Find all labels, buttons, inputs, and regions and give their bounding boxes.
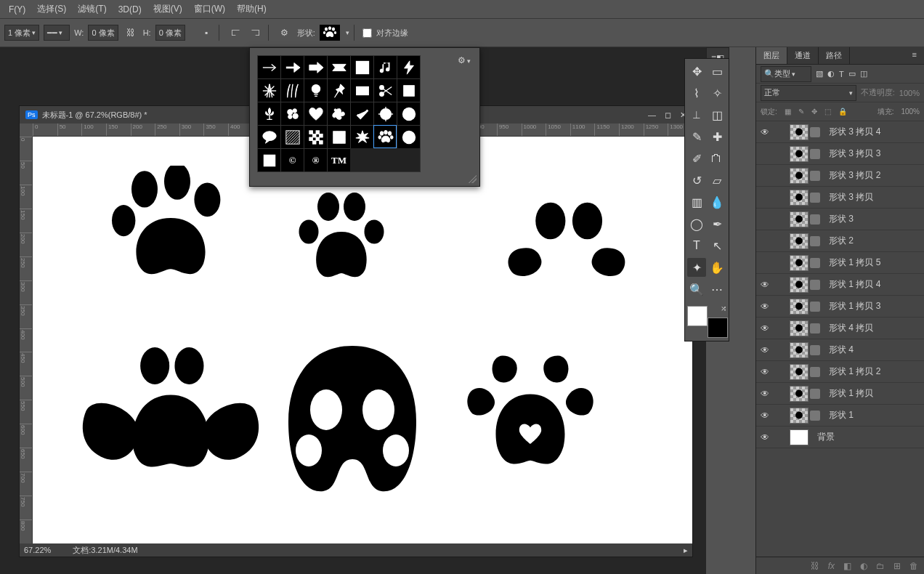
swap-colors-icon[interactable]: ⤮	[721, 304, 726, 312]
resize-handle-icon[interactable]	[468, 174, 477, 183]
menu-item[interactable]: 帮助(H)	[231, 1, 272, 17]
new-group-icon[interactable]: 🗀	[876, 561, 885, 571]
layer-thumbnail[interactable]	[790, 255, 808, 271]
layer-thumbnail[interactable]	[790, 429, 808, 445]
eyedropper-tool-icon[interactable]: ✎	[687, 127, 706, 146]
visibility-toggle-icon[interactable]: 👁	[759, 280, 771, 290]
ruler-vertical[interactable]: 0501001502002503003504004505005506006507…	[20, 137, 33, 543]
fill-value[interactable]: 100%	[901, 108, 920, 116]
blend-mode-select[interactable]: 正常▾	[761, 85, 856, 101]
layer-row[interactable]: 形状 2	[756, 230, 924, 252]
layer-name[interactable]: 形状 3	[829, 213, 854, 225]
vector-mask-icon[interactable]	[810, 127, 820, 137]
layer-thumbnail[interactable]	[790, 342, 808, 358]
blur-tool-icon[interactable]: 💧	[708, 193, 726, 211]
layer-name[interactable]: 形状 1 拷贝	[829, 387, 873, 400]
align-edges-checkbox[interactable]	[362, 28, 372, 38]
vector-mask-icon[interactable]	[810, 302, 820, 312]
visibility-toggle-icon[interactable]: 👁	[759, 411, 771, 421]
layer-fx-icon[interactable]: fx	[828, 561, 835, 571]
eraser-tool-icon[interactable]: ▱	[708, 171, 726, 190]
shape-option-arrow[interactable]	[280, 55, 304, 78]
shape-option-pin[interactable]	[327, 78, 350, 102]
vector-mask-icon[interactable]	[810, 389, 820, 399]
lock-artboard-icon[interactable]: ⬚	[824, 108, 831, 116]
panel-menu-icon[interactable]: ≡	[905, 47, 924, 64]
slice-tool-icon[interactable]: ◫	[708, 105, 726, 124]
maximize-icon[interactable]: ◻	[665, 110, 671, 120]
vector-mask-icon[interactable]	[810, 411, 820, 421]
layer-row[interactable]: 👁形状 1 拷贝	[756, 383, 924, 405]
filter-smart-icon[interactable]: ◫	[860, 69, 867, 78]
layer-thumbnail[interactable]	[790, 124, 808, 140]
tab-layers[interactable]: 图层	[756, 47, 787, 64]
filter-type-icon[interactable]: T	[839, 70, 844, 78]
visibility-toggle-icon[interactable]: 👁	[759, 345, 771, 355]
layer-name[interactable]: 形状 3 拷贝 4	[829, 126, 880, 138]
zoom-level[interactable]: 67.22%	[24, 546, 51, 554]
layer-row[interactable]: 形状 3 拷贝	[756, 187, 924, 209]
pen-tool-icon[interactable]: ✒	[708, 214, 726, 233]
minimize-icon[interactable]: —	[648, 110, 656, 120]
vector-mask-icon[interactable]	[810, 193, 820, 203]
layers-list[interactable]: 👁形状 3 拷贝 4形状 3 拷贝 3形状 3 拷贝 2形状 3 拷贝形状 3形…	[756, 121, 924, 557]
layer-thumbnail[interactable]	[790, 408, 808, 424]
vector-mask-icon[interactable]	[810, 258, 820, 268]
layer-row[interactable]: 形状 3	[756, 209, 924, 230]
visibility-toggle-icon[interactable]: 👁	[759, 127, 771, 137]
menu-item[interactable]: 视图(V)	[147, 1, 188, 17]
link-wh-icon[interactable]: ⛓	[123, 25, 139, 41]
menu-item[interactable]: 选择(S)	[31, 1, 72, 17]
history-brush-icon[interactable]: ↺	[687, 171, 706, 190]
shape-option-heart[interactable]	[304, 102, 327, 125]
layer-thumbnail[interactable]	[790, 320, 808, 336]
canvas[interactable]	[33, 137, 692, 543]
layer-name[interactable]: 形状 4	[829, 344, 854, 356]
filter-adjust-icon[interactable]: ◐	[827, 69, 835, 78]
lock-brush-icon[interactable]: ✎	[798, 108, 804, 116]
filter-shape-icon[interactable]: ▭	[848, 69, 856, 78]
layer-row[interactable]: 👁形状 1	[756, 405, 924, 427]
shape-option-paw[interactable]	[373, 125, 397, 148]
layer-row[interactable]: 形状 1 拷贝 5	[756, 252, 924, 274]
arrange-icon[interactable]: ⫎	[248, 25, 264, 41]
shape-option-grid-lines[interactable]	[327, 125, 350, 148]
crop-tool-icon[interactable]: ⟂	[687, 105, 706, 124]
lock-all-icon[interactable]: 🔒	[838, 108, 847, 116]
opacity-value[interactable]: 100%	[899, 89, 920, 97]
vector-mask-icon[interactable]	[810, 149, 820, 159]
shape-option-checkmark[interactable]	[350, 102, 373, 125]
shape-option-speech[interactable]	[257, 125, 280, 148]
menu-item[interactable]: F(Y)	[3, 2, 31, 17]
healing-tool-icon[interactable]: ✚	[708, 127, 726, 146]
align-left-icon[interactable]: ⫍	[227, 25, 243, 41]
layer-name[interactable]: 形状 2	[829, 235, 854, 247]
type-tool-icon[interactable]: T	[687, 236, 706, 255]
shape-option-bulb[interactable]	[304, 78, 327, 102]
shape-option-puzzle[interactable]	[327, 102, 350, 125]
zoom-tool-icon[interactable]: 🔍	[687, 280, 706, 299]
layer-name[interactable]: 形状 3 拷贝 3	[829, 147, 880, 160]
shape-option-fleur[interactable]	[257, 102, 280, 125]
menu-item[interactable]: 3D(D)	[113, 2, 147, 17]
shape-option-starburst-fill[interactable]	[350, 125, 373, 148]
shape-option-square-outline[interactable]	[257, 148, 280, 171]
shape-option-starburst[interactable]	[257, 78, 280, 102]
delete-layer-icon[interactable]: 🗑	[909, 561, 918, 571]
shape-option-music-note[interactable]	[373, 55, 397, 78]
layer-mask-icon[interactable]: ◧	[843, 561, 851, 571]
stroke-width-select[interactable]: 1 像素▾	[4, 25, 39, 41]
custom-shape-tool-icon[interactable]: ✦	[687, 258, 706, 277]
marquee-tool-icon[interactable]: ▭	[708, 62, 726, 81]
shape-option-arrow-block[interactable]	[304, 55, 327, 78]
layer-row[interactable]: 👁形状 1 拷贝 3	[756, 296, 924, 318]
layer-thumbnail[interactable]	[790, 168, 808, 184]
shape-option-empty-square-outline[interactable]	[397, 78, 420, 102]
bg-color-swatch[interactable]	[708, 318, 728, 338]
width-input[interactable]: 0 像素	[88, 25, 118, 41]
layer-thumbnail[interactable]	[790, 233, 808, 249]
dodge-tool-icon[interactable]: ◯	[687, 214, 706, 233]
stamp-tool-icon[interactable]: ⛫	[708, 149, 726, 168]
shape-option-copyright[interactable]: ©	[280, 148, 304, 171]
lock-pixels-icon[interactable]: ▦	[785, 108, 791, 116]
